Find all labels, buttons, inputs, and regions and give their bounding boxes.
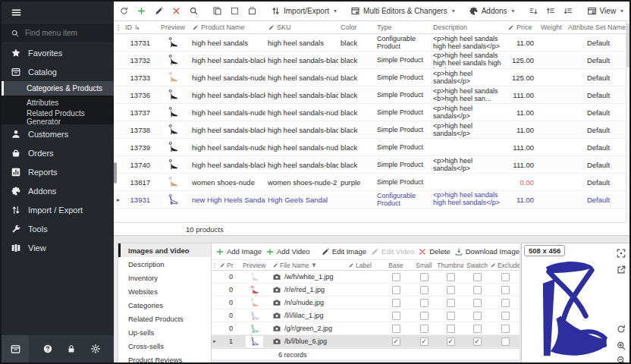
panel-splitter[interactable] bbox=[114, 236, 631, 243]
add-product-button[interactable] bbox=[134, 4, 149, 18]
checkbox-unchecked[interactable] bbox=[473, 312, 482, 320]
sort-asc-button[interactable] bbox=[544, 4, 558, 18]
checkbox-checked[interactable]: ✓ bbox=[447, 337, 455, 346]
tab-cross-sells[interactable]: Cross-sells bbox=[118, 339, 211, 353]
checkbox-unchecked[interactable] bbox=[447, 299, 455, 307]
column-header-type[interactable]: Type bbox=[375, 24, 431, 31]
sidebar-search[interactable]: Find menu item bbox=[2, 23, 114, 43]
column-header-file-name[interactable]: File Name bbox=[271, 262, 347, 269]
checkbox-unchecked[interactable] bbox=[392, 286, 400, 294]
column-header-attribute-set-name[interactable]: Attribute Set Name bbox=[566, 24, 631, 31]
checkbox-unchecked[interactable] bbox=[501, 273, 510, 281]
tab-product-reviews[interactable]: Product Reviews bbox=[118, 353, 211, 364]
product-row[interactable]: 13740high heel sandals-black-38high heel… bbox=[114, 156, 631, 174]
column-header-product-name[interactable]: Product Name bbox=[190, 24, 265, 31]
product-row[interactable]: 13739high heel sandals-nude-37high heel … bbox=[114, 139, 631, 156]
sidebar-item-orders[interactable]: Orders bbox=[2, 143, 114, 162]
grid-left-scrollbar-thumb[interactable] bbox=[114, 162, 117, 184]
column-header-label[interactable]: Label bbox=[347, 262, 381, 269]
column-header-description[interactable]: Description bbox=[431, 24, 505, 31]
sidebar-item-import-export[interactable]: Import / Export bbox=[2, 200, 114, 219]
checkbox-unchecked[interactable] bbox=[420, 312, 429, 320]
column-header-preview[interactable]: Preview bbox=[156, 24, 190, 31]
add-image-button[interactable]: Add Image bbox=[215, 247, 262, 256]
checkbox-unchecked[interactable] bbox=[392, 299, 400, 307]
sidebar-item-reports[interactable]: Reports bbox=[2, 162, 114, 181]
column-header-price[interactable]: Price bbox=[505, 24, 538, 31]
sort-desc-button[interactable] bbox=[561, 4, 576, 18]
checkbox-unchecked[interactable] bbox=[420, 286, 429, 294]
gear-icon[interactable] bbox=[90, 344, 101, 354]
tab-images-and-video[interactable]: Images and Video bbox=[118, 243, 211, 257]
sidebar-item-addons[interactable]: Addons bbox=[2, 181, 114, 200]
checkbox-unchecked[interactable] bbox=[420, 299, 429, 307]
checkbox-unchecked[interactable] bbox=[473, 325, 482, 333]
view-menu[interactable]: View bbox=[585, 4, 626, 18]
media-row[interactable]: 0/l/i/lilac_1.jpg bbox=[212, 309, 520, 322]
column-header-id[interactable]: ID↳ bbox=[123, 24, 156, 31]
media-row[interactable]: ▸1/b/l/blue_6.jpg✓✓✓✓ bbox=[212, 335, 520, 348]
tab-websites[interactable]: Websites bbox=[118, 284, 211, 298]
product-row[interactable]: 13732high heel sandals-blackhigh heel sa… bbox=[114, 52, 631, 69]
sort-multi-button[interactable] bbox=[526, 4, 541, 18]
product-row[interactable]: 13737high heel sandals-nude-36high heel … bbox=[114, 104, 631, 121]
checkbox-unchecked[interactable] bbox=[392, 325, 400, 333]
paste-button[interactable] bbox=[245, 4, 259, 18]
checkbox-unchecked[interactable] bbox=[501, 325, 510, 333]
delete-button[interactable]: Delete bbox=[418, 247, 450, 256]
add-video-button[interactable]: Add Video bbox=[265, 247, 310, 256]
checkbox-checked[interactable]: ✓ bbox=[420, 337, 429, 346]
column-header-pr[interactable]: Pr bbox=[218, 262, 237, 269]
media-row[interactable]: 0/w/h/white_1.jpg bbox=[212, 271, 520, 284]
checkbox-unchecked[interactable] bbox=[501, 312, 510, 320]
column-header-exclude[interactable]: Exclude bbox=[491, 262, 520, 269]
refresh-button[interactable] bbox=[117, 4, 131, 18]
lock-icon[interactable] bbox=[66, 344, 77, 354]
sidebar-item-customers[interactable]: Customers bbox=[2, 124, 114, 143]
zoom-out-icon[interactable] bbox=[616, 355, 626, 364]
fit-screen-icon[interactable] bbox=[616, 248, 626, 259]
column-header-preview[interactable]: Preview bbox=[237, 262, 271, 269]
column-header-swatch[interactable]: Swatch bbox=[463, 262, 491, 269]
column-header-color[interactable]: Color bbox=[338, 24, 375, 31]
checkbox-unchecked[interactable] bbox=[447, 286, 455, 294]
grid-vertical-scrollbar[interactable] bbox=[626, 21, 631, 222]
checkbox-unchecked[interactable] bbox=[447, 273, 455, 281]
checkbox-unchecked[interactable] bbox=[473, 286, 482, 294]
zoom-in-icon[interactable] bbox=[616, 340, 626, 351]
tab-description[interactable]: Description bbox=[118, 257, 211, 271]
sidebar-item-favorites[interactable]: Favorites bbox=[2, 43, 114, 62]
help-icon[interactable] bbox=[42, 344, 53, 354]
open-external-icon[interactable] bbox=[616, 265, 626, 275]
sidebar-item-tools[interactable]: Tools bbox=[2, 219, 114, 238]
checkbox-unchecked[interactable] bbox=[392, 273, 400, 281]
sidebar-subitem-attributes[interactable]: Attributes bbox=[2, 96, 114, 110]
product-row[interactable]: 13738high heel sandals-black-37high heel… bbox=[114, 121, 631, 139]
product-row[interactable]: ▸13931new High Heels SandalsHigh Geels S… bbox=[114, 191, 631, 209]
edit-product-button[interactable] bbox=[152, 4, 166, 18]
checkbox-unchecked[interactable] bbox=[447, 325, 455, 333]
sidebar-item-view[interactable]: View bbox=[2, 238, 114, 257]
download-image-button[interactable]: Download Image bbox=[454, 247, 520, 256]
addons-menu[interactable]: Addons bbox=[466, 4, 517, 18]
checkbox-unchecked[interactable] bbox=[447, 312, 455, 320]
delete-product-button[interactable] bbox=[169, 4, 184, 18]
checkbox-unchecked[interactable] bbox=[473, 273, 482, 281]
checkbox-checked[interactable]: ✓ bbox=[392, 337, 400, 346]
tab-related-products[interactable]: Related Products bbox=[118, 312, 211, 325]
tab-categories[interactable]: Categories bbox=[118, 298, 211, 312]
column-header-weight[interactable]: Weight bbox=[538, 24, 566, 31]
column-header-thumbna[interactable]: Thumbna bbox=[438, 262, 463, 269]
tab-up-sells[interactable]: Up-sells bbox=[118, 325, 211, 339]
hamburger-menu-icon[interactable] bbox=[11, 7, 22, 18]
edit-image-button[interactable]: Edit Image bbox=[321, 247, 366, 256]
multi-editors-menu[interactable]: Multi Editors & Changers bbox=[348, 4, 457, 18]
sidebar-subitem-categories-products[interactable]: Categories & Products bbox=[2, 81, 114, 96]
checkbox-unchecked[interactable] bbox=[501, 299, 510, 307]
checkbox-checked[interactable]: ✓ bbox=[473, 337, 482, 346]
sidebar-item-catalog[interactable]: Catalog bbox=[2, 62, 114, 81]
column-header-sku[interactable]: SKU bbox=[265, 24, 338, 31]
column-header-small[interactable]: Small bbox=[410, 262, 438, 269]
media-row[interactable]: 0/n/u/nude.jpg bbox=[212, 297, 520, 309]
search-button[interactable] bbox=[187, 4, 201, 18]
